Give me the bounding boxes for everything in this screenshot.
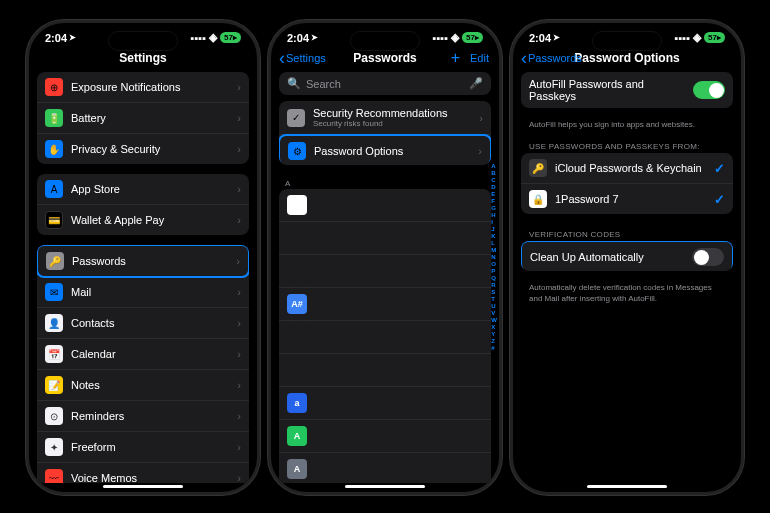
index-letter[interactable]: E <box>491 191 497 198</box>
index-letter[interactable]: N <box>491 254 497 261</box>
settings-row-calendar[interactable]: 📅Calendar› <box>37 339 249 370</box>
index-letter[interactable]: Y <box>491 331 497 338</box>
index-letter[interactable]: S <box>491 289 497 296</box>
settings-row-voice-memos[interactable]: 〰Voice Memos› <box>37 463 249 483</box>
index-letter[interactable]: K <box>491 233 497 240</box>
home-indicator[interactable] <box>345 485 425 488</box>
phone-password-options: 2:04➤ ▪▪▪▪◈57▸ Passwords Password Option… <box>510 20 744 495</box>
index-letter[interactable]: Q <box>491 275 497 282</box>
account-row[interactable] <box>279 255 491 288</box>
chevron-icon: › <box>237 143 241 155</box>
index-letter[interactable]: U <box>491 303 497 310</box>
cleanup-toggle-row[interactable]: Clean Up Automatically <box>521 241 733 271</box>
settings-row-app-store[interactable]: AApp Store› <box>37 174 249 205</box>
index-letter[interactable]: V <box>491 310 497 317</box>
settings-row-reminders[interactable]: ⊙Reminders› <box>37 401 249 432</box>
index-letter[interactable]: C <box>491 177 497 184</box>
back-button[interactable]: Settings <box>279 52 326 64</box>
account-row[interactable]: A# <box>279 288 491 321</box>
index-letter[interactable]: Z <box>491 338 497 345</box>
chevron-icon: › <box>237 183 241 195</box>
dynamic-island <box>350 31 420 51</box>
settings-row-notes[interactable]: 📝Notes› <box>37 370 249 401</box>
chevron-icon: › <box>237 81 241 93</box>
back-button[interactable]: Passwords <box>521 52 582 64</box>
index-letter[interactable]: G <box>491 205 497 212</box>
settings-row-wallet-apple-pay[interactable]: 💳Wallet & Apple Pay› <box>37 205 249 235</box>
autofill-toggle[interactable] <box>693 81 725 99</box>
settings-row-contacts[interactable]: 👤Contacts› <box>37 308 249 339</box>
options-list[interactable]: AutoFill Passwords and Passkeys AutoFill… <box>513 72 741 483</box>
account-row[interactable] <box>279 321 491 354</box>
home-indicator[interactable] <box>103 485 183 488</box>
index-letter[interactable]: H <box>491 212 497 219</box>
cleanup-hint: Automatically delete verification codes … <box>521 281 733 310</box>
mic-icon[interactable]: 🎤 <box>469 77 483 90</box>
settings-row-privacy-security[interactable]: ✋Privacy & Security› <box>37 134 249 164</box>
index-letter[interactable]: J <box>491 226 497 233</box>
app-icon: 📝 <box>45 376 63 394</box>
index-letter[interactable]: M <box>491 247 497 254</box>
wifi-icon: ◈ <box>693 31 701 44</box>
index-letter[interactable]: B <box>491 170 497 177</box>
chevron-icon: › <box>237 112 241 124</box>
account-row[interactable] <box>279 354 491 387</box>
edit-button[interactable]: Edit <box>470 52 489 64</box>
index-letter[interactable]: O <box>491 261 497 268</box>
account-row[interactable]: A <box>279 453 491 483</box>
index-letter[interactable]: F <box>491 198 497 205</box>
index-letter[interactable]: I <box>491 219 497 226</box>
index-letter[interactable]: D <box>491 184 497 191</box>
account-row[interactable] <box>279 189 491 222</box>
status-time: 2:04 <box>45 32 67 44</box>
settings-row-freeform[interactable]: ✦Freeform› <box>37 432 249 463</box>
source-row[interactable]: 🔑iCloud Passwords & Keychain✓ <box>521 153 733 184</box>
index-letter[interactable]: # <box>491 345 497 352</box>
index-letter[interactable]: T <box>491 296 497 303</box>
index-letter[interactable]: W <box>491 317 497 324</box>
check-icon: ✓ <box>714 161 725 176</box>
index-letter[interactable]: P <box>491 268 497 275</box>
wifi-icon: ◈ <box>451 31 459 44</box>
settings-row-battery[interactable]: 🔋Battery› <box>37 103 249 134</box>
password-options[interactable]: ⚙ Password Options › <box>279 134 491 165</box>
chevron-icon: › <box>237 317 241 329</box>
location-icon: ➤ <box>553 33 560 42</box>
index-letter[interactable]: L <box>491 240 497 247</box>
app-icon: 💳 <box>45 211 63 229</box>
settings-row-passwords[interactable]: 🔑Passwords› <box>37 245 249 278</box>
app-icon: ⊙ <box>45 407 63 425</box>
index-rail[interactable]: ABCDEFGHIJKLMNOPQRSTUVWXYZ# <box>491 163 497 352</box>
account-icon: A# <box>287 294 307 314</box>
chevron-icon: › <box>237 441 241 453</box>
passwords-list[interactable]: 🔍 Search 🎤 ✓ Security Recommendations Se… <box>271 72 499 483</box>
autofill-toggle-row[interactable]: AutoFill Passwords and Passkeys <box>521 72 733 108</box>
search-input[interactable]: 🔍 Search 🎤 <box>279 72 491 95</box>
source-row[interactable]: 🔒1Password 7✓ <box>521 184 733 214</box>
autofill-hint: AutoFill helps you sign into apps and we… <box>521 118 733 136</box>
chevron-icon: › <box>237 348 241 360</box>
account-row[interactable] <box>279 222 491 255</box>
chevron-icon: › <box>236 255 240 267</box>
shield-icon: ✓ <box>287 109 305 127</box>
settings-list[interactable]: ⊕Exposure Notifications›🔋Battery›✋Privac… <box>29 72 257 483</box>
index-letter[interactable]: X <box>491 324 497 331</box>
account-row[interactable]: A <box>279 420 491 453</box>
wifi-icon: ◈ <box>209 31 217 44</box>
chevron-icon: › <box>478 145 482 157</box>
app-icon: 🔑 <box>46 252 64 270</box>
app-icon: A <box>45 180 63 198</box>
index-letter[interactable]: A <box>491 163 497 170</box>
chevron-icon: › <box>237 379 241 391</box>
account-row[interactable]: a <box>279 387 491 420</box>
search-placeholder: Search <box>306 78 341 90</box>
search-icon: 🔍 <box>287 77 301 90</box>
security-recommendations[interactable]: ✓ Security Recommendations Security risk… <box>279 101 491 135</box>
home-indicator[interactable] <box>587 485 667 488</box>
settings-row-exposure-notifications[interactable]: ⊕Exposure Notifications› <box>37 72 249 103</box>
page-title: Settings <box>119 51 166 65</box>
settings-row-mail[interactable]: ✉Mail› <box>37 277 249 308</box>
cleanup-toggle[interactable] <box>692 248 724 266</box>
index-letter[interactable]: R <box>491 282 497 289</box>
add-button[interactable]: + <box>451 52 460 64</box>
